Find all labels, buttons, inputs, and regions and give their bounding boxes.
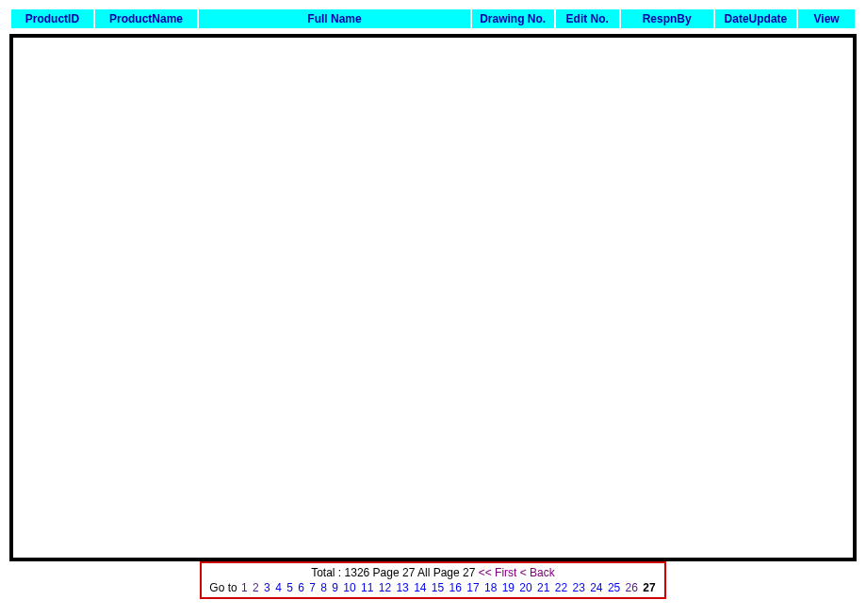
page-link-18[interactable]: 18 bbox=[484, 581, 497, 594]
page-link-20[interactable]: 20 bbox=[519, 581, 531, 594]
page-link-11[interactable]: 11 bbox=[361, 581, 373, 594]
col-product-id[interactable]: ProductID bbox=[11, 9, 93, 28]
pagination-goto: Go to 1 2 3 4 5 6 7 8 9 10 11 12 13 14 1… bbox=[209, 580, 656, 595]
page-link-6[interactable]: 6 bbox=[298, 581, 304, 594]
page-link-17[interactable]: 17 bbox=[466, 581, 479, 594]
page-link-19[interactable]: 19 bbox=[502, 581, 515, 594]
total-label: Total : bbox=[311, 566, 341, 579]
page-link-14[interactable]: 14 bbox=[414, 581, 426, 594]
pagination-summary: Total : 1326 Page 27 All Page 27 << Firs… bbox=[209, 565, 656, 580]
page-link-8[interactable]: 8 bbox=[320, 581, 327, 594]
col-date-update[interactable]: DateUpdate bbox=[715, 9, 797, 28]
column-headers: ProductID ProductName Full Name Drawing … bbox=[9, 9, 857, 28]
page-link-3[interactable]: 3 bbox=[264, 581, 270, 594]
page-link-13[interactable]: 13 bbox=[396, 581, 408, 594]
page-link-5[interactable]: 5 bbox=[286, 581, 293, 594]
col-full-name[interactable]: Full Name bbox=[199, 9, 470, 28]
page-link-16[interactable]: 16 bbox=[449, 581, 462, 594]
total-value: 1326 bbox=[345, 566, 370, 579]
page-link-10[interactable]: 10 bbox=[343, 581, 355, 594]
page-link-7[interactable]: 7 bbox=[309, 581, 316, 594]
col-drawing-no[interactable]: Drawing No. bbox=[472, 9, 554, 28]
page-link-25[interactable]: 25 bbox=[608, 581, 620, 594]
page-link-24[interactable]: 24 bbox=[590, 581, 602, 594]
total-pages-value: 27 bbox=[463, 566, 475, 579]
page-link-15[interactable]: 15 bbox=[432, 581, 444, 594]
all-page-label: All Page bbox=[417, 566, 460, 579]
col-respn-by[interactable]: RespnBy bbox=[621, 9, 713, 28]
col-view[interactable]: View bbox=[798, 9, 855, 28]
page-link-12[interactable]: 12 bbox=[379, 581, 391, 594]
page-link-23[interactable]: 23 bbox=[572, 581, 584, 594]
page-link-22[interactable]: 22 bbox=[555, 581, 567, 594]
page-link-4[interactable]: 4 bbox=[275, 581, 282, 594]
col-product-name[interactable]: ProductName bbox=[95, 9, 197, 28]
pagination-box: Total : 1326 Page 27 All Page 27 << Firs… bbox=[200, 561, 665, 599]
page-label: Page bbox=[373, 566, 400, 579]
col-edit-no[interactable]: Edit No. bbox=[556, 9, 619, 28]
current-page-value: 27 bbox=[402, 566, 415, 579]
current-page-marker: 27 bbox=[643, 581, 655, 594]
page-link-21[interactable]: 21 bbox=[537, 581, 549, 594]
nav-back-link[interactable]: < Back bbox=[520, 566, 555, 579]
page-link-26[interactable]: 26 bbox=[626, 581, 638, 594]
data-grid-body bbox=[9, 34, 857, 561]
nav-first-link[interactable]: << First bbox=[479, 566, 517, 579]
goto-label: Go to bbox=[209, 581, 237, 594]
page-link-2[interactable]: 2 bbox=[253, 581, 259, 594]
page-link-9[interactable]: 9 bbox=[332, 581, 338, 594]
page-link-1[interactable]: 1 bbox=[241, 581, 248, 594]
